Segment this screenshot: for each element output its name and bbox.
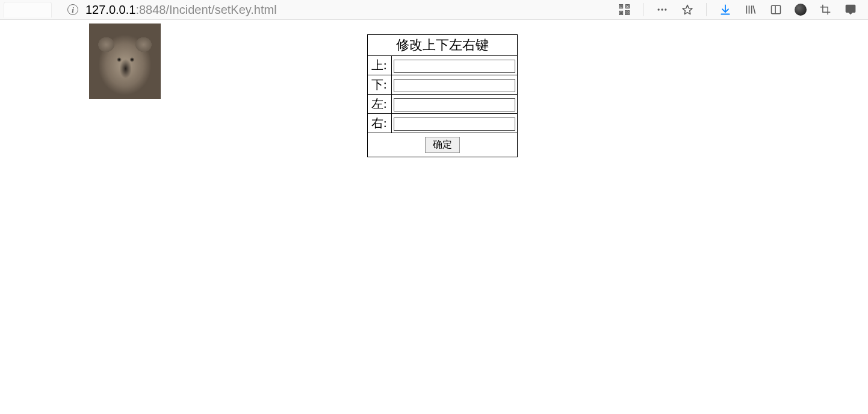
left-input[interactable] (394, 98, 515, 111)
svg-rect-13 (772, 5, 781, 13)
svg-rect-1 (620, 5, 622, 7)
toolbar-separator-2 (706, 3, 707, 16)
down-label: 下: (368, 75, 392, 95)
koala-image[interactable] (89, 24, 161, 99)
svg-rect-9 (628, 13, 630, 15)
toolbar-separator (643, 3, 643, 16)
profile-avatar-icon[interactable] (795, 4, 807, 16)
svg-point-11 (661, 8, 663, 10)
table-row: 上: (368, 56, 518, 75)
left-label: 左: (368, 95, 392, 114)
toolbar-right (618, 3, 864, 16)
table-row: 右: (368, 114, 518, 133)
key-config-table: 修改上下左右键 上: 下: 左: 右: 确定 (367, 34, 518, 157)
table-row: 下: (368, 75, 518, 95)
up-input[interactable] (394, 60, 515, 73)
svg-rect-7 (628, 11, 630, 13)
url-host: 127.0.0.1 (85, 3, 135, 16)
up-label: 上: (368, 56, 392, 75)
table-title: 修改上下左右键 (368, 35, 518, 56)
svg-rect-8 (625, 13, 627, 15)
svg-point-10 (658, 8, 660, 10)
confirm-button[interactable]: 确定 (425, 137, 460, 153)
page-content: 修改上下左右键 上: 下: 左: 右: 确定 (0, 20, 868, 414)
page-actions-icon[interactable] (656, 3, 669, 16)
crop-icon[interactable] (819, 3, 832, 16)
svg-point-12 (665, 8, 666, 10)
url-port: :8848 (135, 3, 166, 16)
qr-icon[interactable] (618, 3, 631, 16)
svg-rect-0 (619, 5, 623, 8)
browser-toolbar: i 127.0.0.1:8848/Incident/setKey.html (0, 0, 868, 20)
right-label: 右: (368, 114, 392, 133)
table-header-row: 修改上下左右键 (368, 35, 518, 56)
url-path: /Incident/setKey.html (166, 3, 276, 16)
svg-rect-3 (627, 5, 628, 7)
table-row: 左: (368, 95, 518, 114)
right-input[interactable] (394, 118, 515, 131)
svg-rect-6 (625, 11, 627, 13)
svg-rect-5 (620, 12, 622, 13)
library-icon[interactable] (744, 3, 757, 16)
down-input[interactable] (394, 79, 515, 92)
site-info-icon[interactable]: i (67, 4, 78, 15)
sidebar-icon[interactable] (769, 3, 783, 16)
chat-icon[interactable] (844, 3, 857, 16)
browser-tab[interactable] (4, 2, 52, 17)
url-bar[interactable]: 127.0.0.1:8848/Incident/setKey.html (84, 3, 615, 17)
submit-row: 确定 (368, 133, 518, 157)
svg-rect-2 (626, 5, 630, 8)
bookmark-star-icon[interactable] (681, 3, 694, 16)
download-icon[interactable] (719, 3, 732, 16)
svg-rect-4 (619, 11, 623, 15)
